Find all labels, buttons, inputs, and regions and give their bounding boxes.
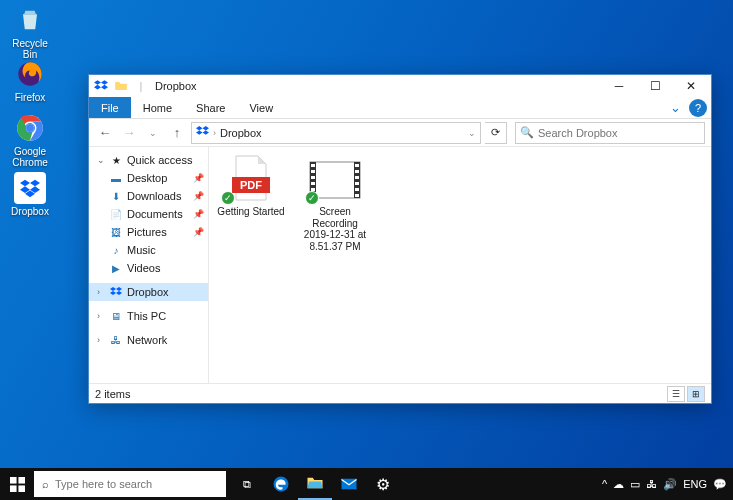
- address-bar[interactable]: › Dropbox ⌄: [191, 122, 481, 144]
- sync-ok-icon: ✓: [305, 191, 319, 205]
- status-text: 2 items: [95, 388, 130, 400]
- folder-icon: [113, 78, 129, 94]
- search-icon: 🔍: [520, 126, 534, 139]
- titlebar[interactable]: | Dropbox ─ ☐ ✕: [89, 75, 711, 97]
- nav-dropbox[interactable]: ›Dropbox: [89, 283, 208, 301]
- music-icon: ♪: [109, 243, 123, 257]
- search-box[interactable]: 🔍: [515, 122, 705, 144]
- tab-view[interactable]: View: [237, 97, 285, 118]
- tab-share[interactable]: Share: [184, 97, 237, 118]
- window-title: Dropbox: [151, 80, 601, 92]
- svg-rect-10: [311, 164, 315, 167]
- svg-rect-16: [355, 164, 359, 167]
- file-name: Screen Recording 2019-12-31 at 8.51.37 P…: [301, 206, 369, 252]
- pin-icon: 📌: [193, 209, 204, 219]
- nav-music[interactable]: ♪Music: [89, 241, 208, 259]
- pictures-icon: 🖼: [109, 225, 123, 239]
- refresh-button[interactable]: ⟳: [485, 122, 507, 144]
- svg-rect-12: [311, 176, 315, 179]
- network-icon: 🖧: [109, 333, 123, 347]
- svg-rect-22: [10, 477, 17, 484]
- tab-file[interactable]: File: [89, 97, 131, 118]
- file-item-pdf[interactable]: PDF ✓ Getting Started: [217, 155, 285, 218]
- file-name: Getting Started: [217, 206, 285, 218]
- dropbox-icon: [109, 285, 123, 299]
- taskbar: ⌕ ⧉ ⚙ ^ ☁ ▭ 🖧 🔊 ENG 💬: [0, 468, 733, 500]
- nav-documents[interactable]: 📄Documents📌: [89, 205, 208, 223]
- tab-home[interactable]: Home: [131, 97, 184, 118]
- svg-rect-24: [10, 485, 17, 492]
- dropbox-icon: [196, 125, 209, 140]
- svg-rect-7: [310, 162, 360, 198]
- nav-desktop[interactable]: ▬Desktop📌: [89, 169, 208, 187]
- firefox-icon: [14, 58, 46, 90]
- pin-icon: 📌: [193, 173, 204, 183]
- svg-text:PDF: PDF: [240, 179, 262, 191]
- video-icon: ✓: [309, 155, 361, 203]
- svg-rect-17: [355, 170, 359, 173]
- help-button[interactable]: ?: [689, 99, 707, 117]
- recycle-bin-icon: [14, 4, 46, 36]
- dropbox-icon: [93, 78, 109, 94]
- pin-icon: 📌: [193, 227, 204, 237]
- chrome-icon: [14, 112, 46, 144]
- tray-language[interactable]: ENG: [683, 478, 707, 490]
- desktop-icon-firefox[interactable]: Firefox: [4, 58, 56, 103]
- tray-volume-icon[interactable]: 🔊: [663, 478, 677, 491]
- taskbar-mail[interactable]: [332, 468, 366, 500]
- svg-rect-25: [18, 485, 25, 492]
- nav-network[interactable]: ›🖧Network: [89, 331, 208, 349]
- back-button[interactable]: ←: [95, 123, 115, 143]
- address-location: Dropbox: [220, 127, 262, 139]
- search-input[interactable]: [538, 127, 700, 139]
- documents-icon: 📄: [109, 207, 123, 221]
- qat-divider: |: [133, 78, 149, 94]
- nav-quick-access[interactable]: ⌄★Quick access: [89, 151, 208, 169]
- up-button[interactable]: ↑: [167, 123, 187, 143]
- nav-this-pc[interactable]: ›🖥This PC: [89, 307, 208, 325]
- svg-rect-21: [355, 194, 359, 197]
- minimize-button[interactable]: ─: [601, 76, 637, 96]
- svg-rect-20: [355, 188, 359, 191]
- desktop-icon-dropbox[interactable]: Dropbox: [4, 172, 56, 217]
- start-button[interactable]: [0, 468, 34, 500]
- tray-chevron-icon[interactable]: ^: [602, 478, 607, 490]
- pdf-icon: PDF ✓: [225, 155, 277, 203]
- pin-icon: 📌: [193, 191, 204, 201]
- forward-button[interactable]: →: [119, 123, 139, 143]
- tray-battery-icon[interactable]: ▭: [630, 478, 640, 491]
- nav-pictures[interactable]: 🖼Pictures📌: [89, 223, 208, 241]
- taskbar-search[interactable]: ⌕: [34, 471, 226, 497]
- desktop-icon-recycle-bin[interactable]: Recycle Bin: [4, 4, 56, 60]
- ribbon-expand-icon[interactable]: ⌄: [665, 97, 685, 117]
- taskbar-edge[interactable]: [264, 468, 298, 500]
- address-dropdown-icon[interactable]: ⌄: [468, 128, 476, 138]
- tray-network-icon[interactable]: 🖧: [646, 478, 657, 490]
- chevron-right-icon: ›: [97, 311, 105, 321]
- tray-onedrive-icon[interactable]: ☁: [613, 478, 624, 491]
- taskbar-explorer[interactable]: [298, 468, 332, 500]
- nav-downloads[interactable]: ⬇Downloads📌: [89, 187, 208, 205]
- content-area[interactable]: PDF ✓ Getting Started ✓ Screen Recording…: [209, 147, 711, 383]
- dropbox-icon: [14, 172, 46, 204]
- task-view-button[interactable]: ⧉: [230, 468, 264, 500]
- svg-rect-23: [18, 477, 25, 484]
- file-item-video[interactable]: ✓ Screen Recording 2019-12-31 at 8.51.37…: [301, 155, 369, 252]
- view-icons-button[interactable]: ⊞: [687, 386, 705, 402]
- nav-videos[interactable]: ▶Videos: [89, 259, 208, 277]
- desktop-icon: ▬: [109, 171, 123, 185]
- taskbar-search-input[interactable]: [55, 478, 218, 490]
- desktop-icon-chrome[interactable]: Google Chrome: [4, 112, 56, 168]
- maximize-button[interactable]: ☐: [637, 76, 673, 96]
- view-details-button[interactable]: ☰: [667, 386, 685, 402]
- recent-dropdown-icon[interactable]: ⌄: [143, 123, 163, 143]
- svg-rect-18: [355, 176, 359, 179]
- search-icon: ⌕: [42, 478, 49, 490]
- chevron-right-icon: ›: [97, 287, 105, 297]
- svg-rect-13: [311, 182, 315, 185]
- chevron-right-icon: ›: [213, 128, 216, 138]
- tray-notifications-icon[interactable]: 💬: [713, 478, 727, 491]
- taskbar-settings[interactable]: ⚙: [366, 468, 400, 500]
- svg-rect-11: [311, 170, 315, 173]
- close-button[interactable]: ✕: [673, 76, 709, 96]
